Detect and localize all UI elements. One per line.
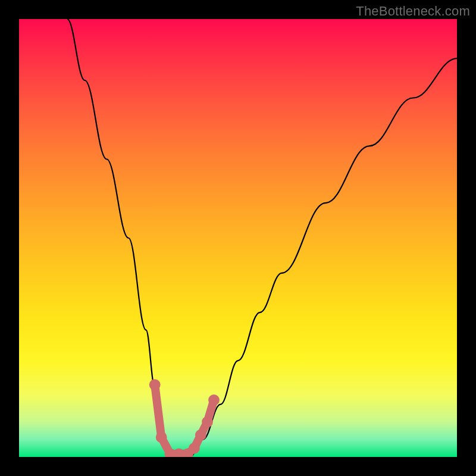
bottleneck-marker: [189, 443, 200, 454]
bottleneck-marker: [156, 432, 167, 443]
chart-plot-area: [19, 19, 457, 457]
bottleneck-marker: [202, 416, 213, 428]
bottleneck-curve-path: [67, 19, 457, 457]
bottleneck-marker: [195, 430, 206, 441]
bottleneck-marker: [149, 379, 161, 390]
watermark-text: TheBottleneck.com: [356, 4, 470, 19]
bottleneck-markers-group: [149, 379, 220, 457]
bottleneck-marker: [208, 394, 220, 406]
bottleneck-chart-svg: [19, 19, 457, 457]
